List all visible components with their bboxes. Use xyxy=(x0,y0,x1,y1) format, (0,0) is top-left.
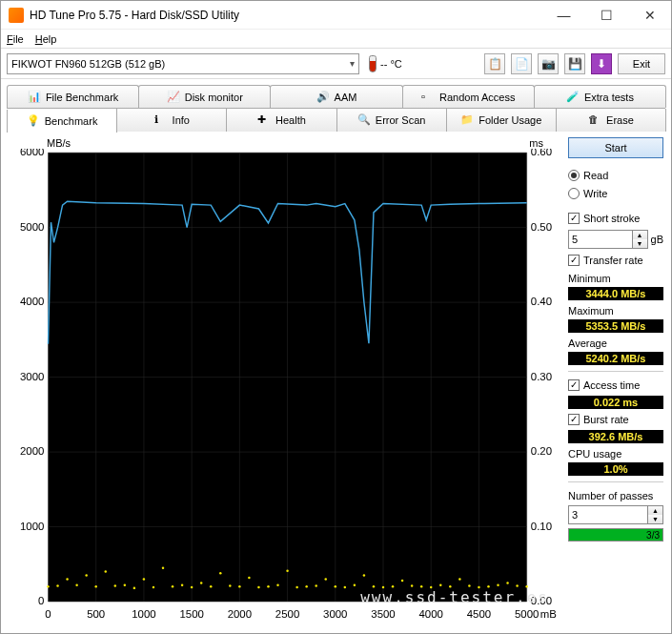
svg-text:1000: 1000 xyxy=(20,521,44,532)
svg-point-92 xyxy=(497,583,499,586)
disk-monitor-icon: 📈 xyxy=(167,91,180,104)
write-radio[interactable]: Write xyxy=(568,186,663,201)
svg-point-60 xyxy=(191,586,193,589)
copy-info-button[interactable]: 📋 xyxy=(484,53,505,74)
save-button[interactable]: 💾 xyxy=(564,53,585,74)
average-value: 5240.2 MB/s xyxy=(568,352,663,365)
svg-point-90 xyxy=(478,586,479,589)
svg-text:3000: 3000 xyxy=(20,371,44,382)
tab-row-top: 📊File Benchmark 📈Disk monitor 🔊AAM ▫Rand… xyxy=(7,85,665,109)
radio-icon xyxy=(568,188,580,199)
tab-error-scan[interactable]: 🔍Error Scan xyxy=(336,109,447,132)
svg-point-86 xyxy=(439,583,441,586)
file-benchmark-icon: 📊 xyxy=(28,91,41,104)
svg-text:0.50: 0.50 xyxy=(531,221,552,233)
passes-input[interactable]: 3▲▼ xyxy=(568,505,663,524)
svg-text:0: 0 xyxy=(45,608,51,620)
copy-screenshot-button[interactable]: 📄 xyxy=(511,53,532,74)
svg-point-91 xyxy=(487,585,489,588)
svg-point-63 xyxy=(219,572,221,575)
svg-point-84 xyxy=(420,585,422,588)
menu-file[interactable]: File xyxy=(7,33,24,45)
menu-help[interactable]: Help xyxy=(35,33,57,45)
maximize-button[interactable]: ☐ xyxy=(585,1,628,30)
short-stroke-input[interactable]: 5▲▼ xyxy=(568,230,648,249)
tab-benchmark[interactable]: 💡Benchmark xyxy=(7,110,117,133)
tab-info[interactable]: ℹInfo xyxy=(116,109,227,132)
maximum-label: Maximum xyxy=(568,305,663,317)
svg-point-83 xyxy=(411,584,413,587)
burst-rate-checkbox[interactable]: Burst rate xyxy=(568,412,663,427)
svg-point-55 xyxy=(143,578,145,581)
svg-text:3500: 3500 xyxy=(371,608,395,620)
cpu-usage-value: 1.0% xyxy=(568,462,663,476)
passes-label: Number of passes xyxy=(568,490,663,501)
svg-point-69 xyxy=(276,583,278,586)
svg-point-71 xyxy=(295,586,297,589)
svg-point-94 xyxy=(516,584,518,587)
svg-text:2000: 2000 xyxy=(228,608,252,620)
access-time-checkbox[interactable]: Access time xyxy=(568,378,663,393)
random-icon: ▫ xyxy=(421,91,435,104)
svg-point-49 xyxy=(85,574,87,577)
svg-text:4500: 4500 xyxy=(467,608,491,620)
app-icon xyxy=(9,8,24,23)
tab-erase[interactable]: 🗑Erase xyxy=(556,109,666,132)
tab-folder-usage[interactable]: 📁Folder Usage xyxy=(446,109,557,132)
svg-point-75 xyxy=(335,585,336,588)
svg-point-47 xyxy=(66,578,68,581)
extra-tests-icon: 🧪 xyxy=(566,91,580,104)
options-button[interactable]: ⬇ xyxy=(591,53,612,74)
tab-health[interactable]: ✚Health xyxy=(226,109,336,132)
svg-point-89 xyxy=(468,584,470,587)
access-time-value: 0.022 ms xyxy=(568,396,663,409)
error-scan-icon: 🔍 xyxy=(357,113,371,127)
passes-progress: 3/3 xyxy=(568,528,663,542)
menu-bar: File Help xyxy=(1,30,671,49)
tab-disk-monitor[interactable]: 📈Disk monitor xyxy=(138,85,271,108)
svg-point-95 xyxy=(525,585,527,588)
exit-button[interactable]: Exit xyxy=(618,53,665,74)
svg-text:1000: 1000 xyxy=(132,608,155,620)
short-stroke-checkbox[interactable]: Short stroke xyxy=(568,211,663,226)
svg-point-58 xyxy=(172,585,173,588)
speaker-icon: 🔊 xyxy=(316,91,330,104)
info-icon: ℹ xyxy=(154,113,168,127)
svg-point-82 xyxy=(401,580,403,583)
svg-point-52 xyxy=(114,584,116,587)
svg-point-67 xyxy=(257,586,259,589)
svg-point-93 xyxy=(506,582,508,584)
svg-point-61 xyxy=(200,582,202,584)
screenshot-button[interactable]: 📷 xyxy=(538,53,559,74)
tab-file-benchmark[interactable]: 📊File Benchmark xyxy=(7,85,139,108)
burst-rate-value: 392.6 MB/s xyxy=(568,430,663,443)
svg-point-77 xyxy=(354,583,356,586)
checkbox-icon xyxy=(568,213,580,224)
svg-point-80 xyxy=(382,586,384,589)
start-button[interactable]: Start xyxy=(568,137,663,158)
minimum-label: Minimum xyxy=(568,273,663,284)
close-button[interactable]: ✕ xyxy=(628,1,671,30)
transfer-rate-checkbox[interactable]: Transfer rate xyxy=(568,253,663,268)
svg-text:5000: 5000 xyxy=(515,608,539,620)
svg-point-51 xyxy=(105,570,107,573)
minimize-button[interactable]: — xyxy=(542,1,585,30)
y1-axis-label: MB/s xyxy=(47,137,71,149)
svg-point-78 xyxy=(363,574,365,577)
temperature-indicator: -- °C xyxy=(369,55,402,72)
svg-text:mB: mB xyxy=(540,608,557,620)
drive-select[interactable]: FIKWOT FN960 512GB (512 gB) ▾ xyxy=(7,53,359,74)
temperature-value: -- °C xyxy=(380,58,402,70)
minimum-value: 3444.0 MB/s xyxy=(568,287,663,300)
read-radio[interactable]: Read xyxy=(568,168,663,183)
tab-row-bottom: 💡Benchmark ℹInfo ✚Health 🔍Error Scan 📁Fo… xyxy=(7,109,665,132)
tab-aam[interactable]: 🔊AAM xyxy=(270,85,402,108)
svg-point-64 xyxy=(229,584,231,587)
folder-icon: 📁 xyxy=(460,113,474,127)
svg-point-79 xyxy=(373,585,375,588)
tab-extra-tests[interactable]: 🧪Extra tests xyxy=(534,85,666,108)
radio-icon xyxy=(568,170,580,181)
svg-text:0.40: 0.40 xyxy=(531,296,552,307)
svg-point-56 xyxy=(153,586,154,589)
tab-random-access[interactable]: ▫Random Access xyxy=(402,85,535,108)
